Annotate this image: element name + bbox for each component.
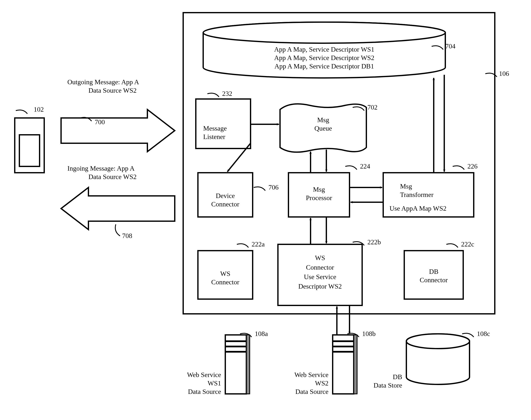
- ws1-l2: Connector: [211, 278, 239, 286]
- outgoing-msg-line1: Outgoing Message: App A: [67, 78, 139, 86]
- ws1-ref: 222a: [251, 240, 265, 248]
- db-cyl-ref: 704: [445, 42, 456, 50]
- web-service-ws2: 108b Web Service WS2 Data Source: [294, 330, 376, 395]
- db-connector-box: DB Connector 222c: [404, 240, 474, 299]
- device-icon: 102: [15, 105, 44, 173]
- msg-queue-ref: 702: [368, 104, 378, 111]
- db-data-store: 108c DB Data Store: [373, 330, 490, 389]
- msg-transformer-l2: Transformer: [400, 191, 433, 198]
- dbconn-ref: 222c: [461, 240, 474, 248]
- msg-transformer-l3: Use AppA Map WS2: [389, 205, 447, 212]
- web-service-ws1: 108a Web Service WS1 Data Source: [187, 330, 268, 395]
- svg-point-3: [203, 22, 445, 43]
- msg-transformer-ref: 226: [467, 162, 477, 170]
- outgoing-arrow-ref: 700: [95, 118, 105, 126]
- diagram-root: 102 Outgoing Message: App A Data Source …: [0, 0, 531, 420]
- svc2-l2: WS2: [315, 379, 328, 387]
- device-connector-l1: Device: [216, 192, 235, 199]
- msg-queue-l2: Queue: [314, 124, 332, 132]
- dbconn-l1: DB: [429, 268, 438, 275]
- message-listener-box: Message Listener 232: [196, 90, 251, 149]
- svg-point-34: [406, 334, 470, 349]
- db-cylinder: App A Map, Service Descriptor WS1 App A …: [203, 22, 456, 78]
- svc2-ref: 108b: [362, 330, 376, 337]
- device-connector-l2: Connector: [211, 200, 239, 208]
- device-connector-ref: 706: [268, 183, 279, 191]
- svc3-l2: Data Store: [373, 381, 402, 389]
- msg-listener-l1: Message: [203, 124, 227, 132]
- svc1-l2: WS1: [207, 379, 221, 387]
- msg-listener-l2: Listener: [203, 133, 225, 140]
- db-cyl-line2: App A Map, Service Descriptor WS2: [274, 54, 374, 61]
- svg-rect-4: [196, 99, 251, 149]
- device-ref: 102: [34, 105, 44, 113]
- msg-processor-l2: Processor: [306, 194, 332, 202]
- svc1-l1: Web Service: [187, 371, 221, 378]
- ws2-l3: Use Service: [304, 273, 336, 281]
- svc1-ref: 108a: [255, 330, 268, 337]
- ws1-l1: WS: [220, 270, 230, 277]
- ingoing-arrow: 708: [61, 187, 175, 240]
- ws2-l1: WS: [315, 254, 325, 262]
- ingoing-arrow-ref: 708: [122, 232, 132, 240]
- device-connector-box: Device Connector 706: [198, 173, 279, 217]
- ingoing-msg-line1: Ingoing Message: App A: [67, 165, 134, 172]
- db-cyl-line1: App A Map, Service Descriptor WS1: [274, 45, 374, 53]
- svg-rect-1: [19, 135, 40, 166]
- msg-processor-box: Msg Processor 224: [288, 162, 370, 217]
- svg-rect-28: [333, 335, 354, 394]
- svc3-ref: 108c: [477, 330, 490, 337]
- svc1-l3: Data Source: [188, 388, 221, 395]
- svg-rect-29: [354, 335, 357, 394]
- msg-queue: Msg Queue 702: [280, 104, 378, 152]
- svc2-l3: Data Source: [295, 388, 328, 395]
- svg-rect-24: [246, 335, 250, 394]
- dbconn-l2: Connector: [420, 276, 448, 284]
- svc3-l1: DB: [393, 373, 402, 381]
- ws2-l4: Descriptor WS2: [298, 283, 342, 290]
- main-box-ref: 106: [499, 70, 509, 77]
- ws2-l2: Connector: [306, 264, 334, 271]
- msg-listener-ref: 232: [222, 90, 232, 97]
- msg-transformer-box: Msg Transformer Use AppA Map WS2 226: [383, 162, 477, 217]
- svg-rect-23: [225, 335, 246, 394]
- msg-processor-l1: Msg: [313, 186, 325, 193]
- ws-connector-a-box: WS Connector 222a: [198, 240, 265, 299]
- msg-processor-ref: 224: [360, 162, 370, 170]
- svc2-l1: Web Service: [294, 371, 328, 378]
- outgoing-msg-line2: Data Source WS2: [88, 87, 137, 94]
- ws2-ref: 222b: [368, 238, 381, 246]
- ws-connector-b-box: WS Connector Use Service Descriptor WS2 …: [278, 238, 381, 305]
- db-cyl-line3: App A Map, Service Descriptor DB1: [275, 62, 374, 70]
- outgoing-arrow: 700: [61, 109, 175, 152]
- msg-queue-l1: Msg: [317, 116, 329, 124]
- ingoing-msg-line2: Data Source WS2: [88, 173, 137, 180]
- msg-transformer-l1: Msg: [400, 182, 412, 190]
